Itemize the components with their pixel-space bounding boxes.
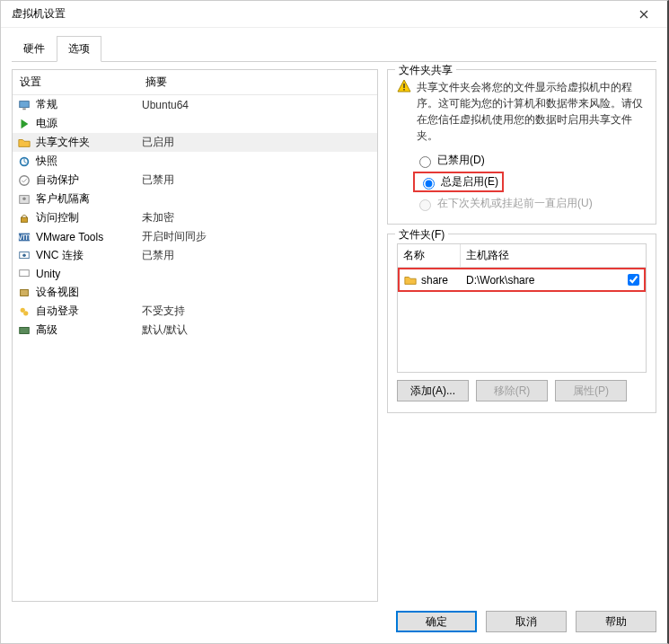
row-label: 共享文件夹 xyxy=(36,135,142,150)
panels: 设置 摘要 常规Ubuntu64电源共享文件夹已启用快照自动保护已禁用客户机隔离… xyxy=(12,62,656,602)
play-icon xyxy=(16,117,32,131)
svg-rect-17 xyxy=(403,89,404,91)
add-button[interactable]: 添加(A)... xyxy=(397,380,469,401)
row-summary: 默认/默认 xyxy=(142,322,374,338)
svg-point-3 xyxy=(20,175,30,185)
list-body: 常规Ubuntu64电源共享文件夹已启用快照自动保护已禁用客户机隔离访问控制未加… xyxy=(13,95,377,601)
folders-table: 名称 主机路径 shareD:\Work\share xyxy=(397,243,647,373)
list-header: 设置 摘要 xyxy=(13,70,377,95)
row-summary: 开启时间同步 xyxy=(142,229,374,244)
window-title: 虚拟机设置 xyxy=(12,6,66,22)
share-group: 文件夹共享 共享文件夹会将您的文件显示给虚拟机中的程序。这可能为您的计算机和数据… xyxy=(387,69,656,225)
list-row[interactable]: 高级默认/默认 xyxy=(13,321,377,340)
list-row[interactable]: Unity xyxy=(13,265,377,283)
list-row[interactable]: 设备视图 xyxy=(13,283,377,302)
row-label: 自动登录 xyxy=(36,304,142,319)
folders-buttons: 添加(A)... 移除(R) 属性(P) xyxy=(397,380,647,401)
list-row[interactable]: VNC 连接已禁用 xyxy=(13,246,377,265)
highlight-always: 总是启用(E) xyxy=(413,172,504,192)
list-row[interactable]: 自动登录不受支持 xyxy=(13,302,377,321)
settings-list: 设置 摘要 常规Ubuntu64电源共享文件夹已启用快照自动保护已禁用客户机隔离… xyxy=(12,69,378,602)
close-icon xyxy=(639,10,648,19)
row-summary: 不受支持 xyxy=(142,304,374,319)
svg-rect-16 xyxy=(403,84,404,88)
warning-icon xyxy=(397,79,411,93)
folder-row[interactable]: shareD:\Work\share xyxy=(398,268,646,292)
list-row[interactable]: 共享文件夹已启用 xyxy=(13,133,377,152)
share-title: 文件夹共享 xyxy=(395,63,456,78)
row-label: 客户机隔离 xyxy=(36,191,142,207)
right-panel: 文件夹共享 共享文件夹会将您的文件显示给虚拟机中的程序。这可能为您的计算机和数据… xyxy=(387,69,656,602)
screen-icon xyxy=(16,98,32,112)
row-label: 电源 xyxy=(36,116,142,131)
help-button[interactable]: 帮助 xyxy=(576,611,656,632)
svg-rect-11 xyxy=(20,270,30,277)
radio-until-label: 在下次关机或挂起前一直启用(U) xyxy=(437,196,593,211)
radio-always-input[interactable] xyxy=(423,178,435,190)
radio-until-input xyxy=(419,199,431,211)
radio-disabled-input[interactable] xyxy=(419,156,431,168)
remove-button: 移除(R) xyxy=(476,380,548,401)
svg-rect-6 xyxy=(22,217,28,222)
list-row[interactable]: vmVMware Tools开启时间同步 xyxy=(13,227,377,246)
footer: 确定 取消 帮助 xyxy=(12,602,656,634)
radio-disabled[interactable]: 已禁用(D) xyxy=(397,151,647,170)
folder-path: D:\Work\share xyxy=(466,274,626,287)
svg-text:vm: vm xyxy=(18,231,31,242)
device-icon xyxy=(16,286,32,300)
guest-icon xyxy=(16,192,32,207)
svg-point-5 xyxy=(22,197,26,200)
row-label: Unity xyxy=(36,268,142,280)
vnc-icon xyxy=(16,249,32,263)
row-summary: 未加密 xyxy=(142,210,374,225)
list-row[interactable]: 客户机隔离 xyxy=(13,190,377,208)
tab-options[interactable]: 选项 xyxy=(57,36,101,62)
row-label: VMware Tools xyxy=(36,231,142,243)
radio-always-wrap: 总是启用(E) xyxy=(397,170,647,194)
list-row[interactable]: 电源 xyxy=(13,114,377,133)
list-row[interactable]: 常规Ubuntu64 xyxy=(13,95,377,114)
list-row[interactable]: 访问控制未加密 xyxy=(13,208,377,227)
tab-hardware[interactable]: 硬件 xyxy=(12,36,57,62)
folders-title: 文件夹(F) xyxy=(395,227,448,243)
th-name: 名称 xyxy=(398,244,461,267)
warning-block: 共享文件夹会将您的文件显示给虚拟机中的程序。这可能为您的计算机和数据带来风险。请… xyxy=(397,79,647,144)
row-label: 高级 xyxy=(36,322,142,338)
svg-rect-0 xyxy=(20,101,30,107)
row-summary: 已启用 xyxy=(142,135,374,150)
th-path: 主机路径 xyxy=(461,244,646,267)
folder-share-icon xyxy=(16,136,32,150)
cancel-button[interactable]: 取消 xyxy=(486,611,567,632)
radio-until: 在下次关机或挂起前一直启用(U) xyxy=(397,194,647,213)
radio-always-label: 总是启用(E) xyxy=(441,174,498,190)
svg-rect-12 xyxy=(21,289,29,296)
col-summary: 摘要 xyxy=(138,70,377,94)
advanced-icon xyxy=(16,323,32,338)
row-label: 访问控制 xyxy=(36,210,142,225)
row-summary: 已禁用 xyxy=(142,172,374,188)
snapshot-icon xyxy=(16,154,32,169)
close-button[interactable] xyxy=(626,2,662,27)
settings-window: 虚拟机设置 硬件 选项 设置 摘要 常规Ubuntu64电源共享文件夹已启用快照… xyxy=(0,0,669,644)
list-row[interactable]: 快照 xyxy=(13,152,377,171)
row-summary: Ubuntu64 xyxy=(142,99,374,111)
svg-point-14 xyxy=(23,311,28,315)
vmw-icon: vm xyxy=(16,230,32,244)
folders-body: shareD:\Work\share xyxy=(398,268,646,292)
unity-icon xyxy=(16,267,32,281)
body: 硬件 选项 设置 摘要 常规Ubuntu64电源共享文件夹已启用快照自动保护已禁… xyxy=(1,28,667,643)
warning-text: 共享文件夹会将您的文件显示给虚拟机中的程序。这可能为您的计算机和数据带来风险。请… xyxy=(417,79,647,144)
radio-disabled-label: 已禁用(D) xyxy=(437,153,485,168)
folders-group: 文件夹(F) 名称 主机路径 shareD:\Work\share 添加(A).… xyxy=(387,234,656,413)
row-label: VNC 连接 xyxy=(36,248,142,263)
svg-point-10 xyxy=(22,253,26,257)
folder-check[interactable] xyxy=(626,271,640,288)
props-button: 属性(P) xyxy=(555,380,627,401)
svg-rect-1 xyxy=(22,108,26,110)
row-label: 设备视图 xyxy=(36,285,142,300)
tabs: 硬件 选项 xyxy=(12,35,656,62)
ok-button[interactable]: 确定 xyxy=(396,611,477,632)
folder-name: share xyxy=(421,274,466,287)
col-setting: 设置 xyxy=(13,70,138,94)
list-row[interactable]: 自动保护已禁用 xyxy=(13,171,377,190)
